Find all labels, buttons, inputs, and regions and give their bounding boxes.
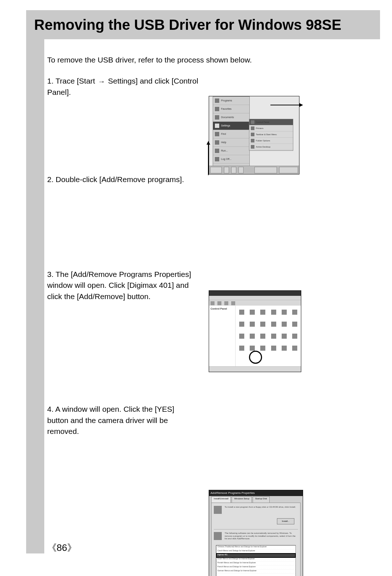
start-menu-column: Programs Favorites Documents Settings Fi… — [213, 96, 250, 166]
control-panel-icon — [269, 343, 278, 354]
list-item: Chinese (Traditional) Menus and Dialogs … — [216, 545, 295, 549]
arrow-right-icon — [270, 105, 300, 105]
page-number: 《86》 — [47, 541, 77, 554]
tab-startup-disk: Startup Disk — [253, 496, 270, 503]
control-panel-icon — [269, 319, 278, 330]
title-band: Removing the USB Driver for Windows 98SE — [26, 10, 380, 39]
control-panel-icon — [248, 307, 257, 318]
window-statusbar — [209, 366, 301, 372]
components-icon — [214, 532, 222, 540]
control-panel-icon — [290, 343, 299, 354]
control-panel-icons — [236, 306, 301, 367]
cd-icon — [214, 506, 222, 514]
control-panel-icon — [279, 343, 289, 354]
figure-control-panel: Control Panel — [209, 290, 301, 372]
submenu-item: Active Desktop — [256, 145, 270, 149]
systray — [279, 167, 298, 173]
taskbar — [209, 166, 299, 174]
control-panel-icon — [290, 331, 299, 342]
start-menu-item: Log Off... — [221, 157, 232, 161]
submenu-item: Taskbar & Start Menu — [256, 133, 277, 136]
start-menu-item: Find — [221, 132, 226, 136]
page-title: Removing the USB Driver for Windows 98SE — [34, 17, 341, 33]
step-4-text: A window will open. Click the [YES] butt… — [47, 405, 174, 435]
start-menu-item: Run... — [221, 149, 228, 153]
control-panel-icon — [258, 331, 268, 342]
step-4-number: 4. — [47, 405, 54, 413]
control-panel-icon — [290, 319, 299, 330]
figure-start-menu: Programs Favorites Documents Settings Fi… — [209, 96, 299, 174]
control-panel-icon — [248, 331, 257, 342]
taskbar-task — [254, 167, 277, 173]
install-button: Install... — [277, 518, 294, 524]
control-panel-icon — [279, 319, 289, 330]
quicklaunch-icon — [238, 167, 244, 173]
dialog-titlebar: Add/Remove Programs Properties — [209, 490, 303, 496]
page-number-value: 86 — [57, 542, 67, 553]
start-menu-item: Help — [221, 141, 226, 144]
control-panel-icon — [248, 319, 257, 330]
control-panel-sidebar: Control Panel — [209, 306, 236, 367]
step-3-number: 3. — [47, 270, 54, 278]
start-button — [210, 167, 222, 173]
start-menu-item: Programs — [221, 99, 232, 102]
programs-listbox: Chinese (Traditional) Menus and Dialogs … — [216, 545, 296, 576]
list-item-digimax-401: Digimax 401 — [216, 553, 295, 557]
step-3: 3. The [Add/Remove Programs Properties] … — [47, 269, 377, 302]
settings-submenu: Control Panel Printers Taskbar & Start M… — [249, 119, 293, 151]
intro-text: To remove the USB driver, refer to the p… — [47, 55, 377, 65]
start-menu-item: Documents — [221, 116, 234, 119]
control-panel-icon — [269, 331, 278, 342]
list-item: Czech Menus and Dialogs for Internet Exp… — [216, 549, 295, 553]
control-panel-icon — [290, 307, 299, 318]
step-2: 2. Double-click [Add/Remove programs]. C… — [47, 174, 377, 185]
control-panel-icon — [237, 307, 246, 318]
control-panel-icon — [279, 307, 289, 318]
submenu-item: Folder Options — [256, 139, 270, 142]
step-2-text: Double-click [Add/Remove programs]. — [56, 175, 184, 184]
dialog-tabs: Install/Uninstall Windows Setup Startup … — [209, 496, 303, 503]
quicklaunch-icon — [224, 167, 229, 173]
list-item: Finnish Menus and Dialogs for Internet E… — [216, 561, 295, 565]
manual-page: Removing the USB Driver for Windows 98SE… — [0, 0, 392, 576]
tab-windows-setup: Windows Setup — [232, 496, 252, 503]
left-gray-strip — [26, 10, 44, 553]
control-panel-icon — [279, 331, 289, 342]
list-item: Dutch Menus and Dialogs for Internet Exp… — [216, 557, 295, 561]
step-1-number: 1. — [47, 77, 54, 85]
content-area: To remove the USB driver, refer to the p… — [47, 55, 377, 459]
list-item: German Menus and Dialogs for Internet Ex… — [216, 569, 295, 573]
start-menu-item-settings: Settings — [221, 124, 230, 128]
tab-install-uninstall: Install/Uninstall — [211, 496, 231, 503]
control-panel-icon — [269, 307, 278, 318]
step-2-number: 2. — [47, 175, 54, 184]
control-panel-icon — [237, 319, 246, 330]
quicklaunch-icon — [231, 167, 236, 173]
arrow-right-icon: → — [98, 78, 105, 85]
list-item: French Menus and Dialogs for Internet Ex… — [216, 565, 295, 569]
figure-add-remove-programs: Add/Remove Programs Properties Install/U… — [209, 490, 303, 576]
step-1: 1. Trace [Start → Settings] and click [C… — [47, 76, 377, 98]
arrow-up-icon — [208, 144, 209, 175]
control-panel-icon — [237, 331, 246, 342]
start-menu-item: Favorites — [221, 107, 232, 111]
install-pane-text: To install a new program from a floppy d… — [225, 506, 298, 509]
control-panel-icon — [258, 319, 268, 330]
step-1-text-pre: Trace [Start — [56, 77, 95, 85]
step-3-text: The [Add/Remove Programs Properties] win… — [47, 270, 191, 301]
control-panel-icon — [258, 307, 268, 318]
control-panel-icon — [237, 343, 246, 354]
remove-pane-text: The following software can be automatica… — [225, 532, 298, 540]
submenu-item-control-panel: Control Panel — [256, 121, 269, 124]
submenu-item: Printers — [256, 127, 264, 130]
step-4: 4. A window will open. Click the [YES] b… — [47, 404, 377, 437]
